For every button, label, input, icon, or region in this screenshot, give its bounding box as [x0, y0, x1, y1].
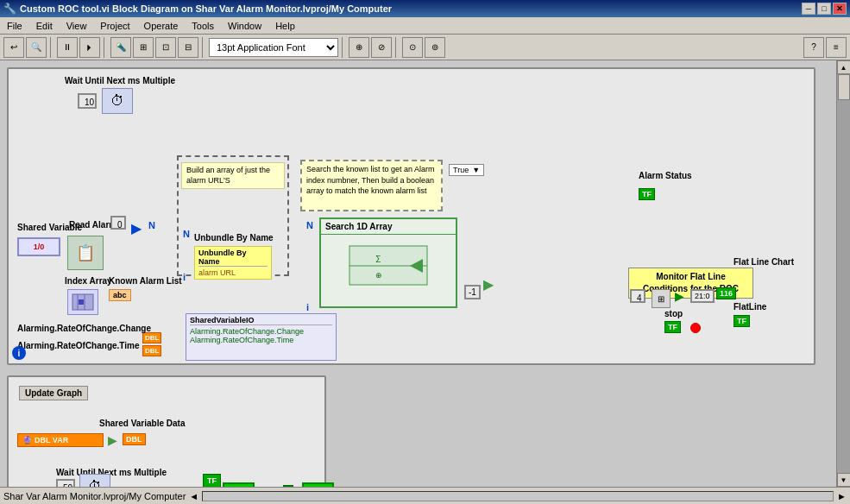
roc-time-label: Alarming.RateOfChange.Time — [190, 336, 332, 344]
status-scrollbar[interactable] — [202, 491, 834, 501]
unbundle-node[interactable]: Unbundle By Name alarm URL — [194, 246, 272, 280]
toolbar-btn3[interactable]: ⊡ — [155, 37, 176, 58]
toolbar-unzoom[interactable]: ⊘ — [371, 37, 392, 58]
known-alarm-abc: abc — [109, 289, 131, 301]
index-array-icon[interactable] — [67, 289, 98, 315]
wait-until-lower-label: Wait Until Next ms Multiple — [56, 468, 167, 477]
flatline-tf: TF — [734, 315, 750, 327]
menu-tools[interactable]: Tools — [188, 20, 217, 32]
flatline-label: FlatLine — [734, 302, 766, 312]
read-alarms-icon[interactable]: 📋 — [67, 236, 104, 270]
true-dropdown[interactable]: True ▼ — [449, 164, 484, 176]
font-selector[interactable]: 13pt Application Font — [209, 38, 338, 57]
status-arrow[interactable]: ◄ — [189, 491, 198, 501]
toolbar-sep4 — [342, 37, 345, 58]
toolbar: ↩ 🔍 ⏸ ⏵ 🔦 ⊞ ⊡ ⊟ 13pt Application Font ⊕ … — [0, 35, 850, 60]
green-square-lower — [283, 485, 293, 487]
wait-until-icon-lower: ⏱ — [79, 474, 110, 487]
val-0-node: 0 — [110, 216, 126, 230]
toolbar-extra3[interactable]: ≡ — [826, 37, 847, 58]
toolbar-sep1 — [50, 37, 54, 58]
scroll-thumb[interactable] — [838, 74, 850, 100]
toolbar-back[interactable]: ↩ — [3, 37, 24, 58]
scroll-up-button[interactable]: ▲ — [837, 60, 851, 74]
toolbar-btn2[interactable]: ⊞ — [133, 37, 154, 58]
small-icon-1: ⊞ — [652, 289, 671, 308]
toolbar-help[interactable]: ? — [803, 37, 824, 58]
range-21-0: 21:0 — [690, 289, 715, 303]
update-graph-button[interactable]: Update Graph — [19, 386, 88, 400]
close-button[interactable]: ✕ — [833, 3, 847, 15]
menu-project[interactable]: Project — [97, 20, 133, 32]
svg-text:∑: ∑ — [375, 254, 381, 262]
block-diagram-canvas[interactable]: Wait Until Next ms Multiple 10 ⏱ Shared … — [0, 60, 836, 487]
menu-view[interactable]: View — [63, 20, 91, 32]
n-label-3: N — [306, 220, 313, 230]
n-label-1: N — [148, 220, 155, 230]
shared-var-io-box[interactable]: SharedVariableIO Alarming.RateOfChange.C… — [186, 313, 337, 361]
stop-tf-upper: TF — [664, 321, 681, 333]
minimize-button[interactable]: ─ — [802, 3, 815, 15]
flat-line-chart-label: Flat Line Chart — [734, 257, 794, 267]
dbl-node-1: DBL — [142, 332, 161, 343]
toolbar-sep2 — [104, 37, 107, 58]
scroll-down-button[interactable]: ▼ — [837, 473, 851, 487]
toolbar-run[interactable]: ⏵ — [79, 37, 100, 58]
unbundle-label: Unbundle By Name — [194, 233, 274, 243]
tf-lower: TF — [203, 474, 221, 487]
toolbar-zoom[interactable]: ⊕ — [349, 37, 369, 58]
menu-edit[interactable]: Edit — [33, 20, 56, 32]
toolbar-btn4[interactable]: ⊟ — [178, 37, 198, 58]
val-116-node: 116 — [716, 287, 736, 299]
toolbar-search[interactable]: 🔍 — [26, 37, 47, 58]
canvas-wrapper: Wait Until Next ms Multiple 10 ⏱ Shared … — [0, 60, 836, 487]
toolbar-btn1[interactable]: 🔦 — [110, 37, 131, 58]
menu-help[interactable]: Help — [272, 20, 299, 32]
menu-file[interactable]: File — [3, 20, 26, 32]
search-1d-label: Search 1D Array — [321, 219, 456, 235]
shared-var-lower-node[interactable]: 🔮 DBL VAR — [17, 433, 104, 447]
n-label-2: N — [183, 229, 190, 239]
arrow-monitor: ▶ — [675, 289, 684, 303]
toolbar-sep3 — [202, 37, 205, 58]
toolbar-pause[interactable]: ⏸ — [57, 37, 78, 58]
val-4-node: 4 — [630, 289, 645, 303]
maximize-button[interactable]: □ — [817, 3, 831, 15]
neg1-node: -1 — [464, 285, 481, 299]
toolbar-extra1[interactable]: ⊙ — [402, 37, 423, 58]
scroll-track[interactable] — [837, 74, 850, 473]
menu-window[interactable]: Window — [224, 20, 265, 32]
dbl-arrow: ▶ — [108, 433, 117, 447]
vertical-scrollbar: ▲ ▼ — [836, 60, 850, 487]
known-alarm-list-label: Known Alarm List — [109, 276, 182, 286]
index-array-label: Index Array — [65, 276, 112, 286]
status-scroll-right[interactable]: ► — [837, 491, 847, 501]
stop-btn-2[interactable]: stop — [302, 482, 334, 487]
app-icon: 🔧 — [3, 3, 16, 15]
shared-var-io-label: SharedVariableIO — [190, 316, 332, 325]
val-50-node: 50 — [56, 479, 75, 487]
main-area: Wait Until Next ms Multiple 10 ⏱ Shared … — [0, 60, 850, 487]
toolbar-extra2[interactable]: ⊚ — [425, 37, 445, 58]
i-label-1: i — [183, 272, 186, 282]
dbl-output-node: DBL — [123, 433, 146, 445]
title-bar: 🔧 Custom ROC tool.vi Block Diagram on Sh… — [0, 0, 850, 17]
menu-bar: File Edit View Project Operate Tools Win… — [0, 17, 850, 35]
alarm-status-label: Alarm Status — [639, 171, 692, 180]
info-icon-upper[interactable]: i — [12, 346, 26, 360]
val-10-node: 10 — [78, 93, 97, 109]
search-1d-box[interactable]: Search 1D Array ∑ ⊕ — [319, 217, 457, 308]
menu-operate[interactable]: Operate — [141, 20, 182, 32]
arrow-right-node: ▶ — [483, 276, 494, 293]
svg-rect-3 — [79, 299, 84, 305]
red-dot-upper — [690, 323, 701, 333]
shared-var-node[interactable]: 1/0 — [17, 237, 60, 256]
roc-change-label: Alarming.RateOfChange.Change — [190, 327, 332, 336]
build-array-comment: Build an array of just the alarm URL'S — [181, 162, 285, 189]
stop-btn-1[interactable]: stop — [223, 482, 255, 487]
upper-panel: Wait Until Next ms Multiple 10 ⏱ Shared … — [7, 67, 815, 365]
svg-text:⊕: ⊕ — [375, 271, 382, 280]
roc-change-label-left: Alarming.RateOfChange.Change — [17, 324, 151, 333]
lower-panel: Update Graph Shared Variable Data 🔮 DBL … — [7, 375, 326, 487]
toolbar-sep5 — [395, 37, 399, 58]
